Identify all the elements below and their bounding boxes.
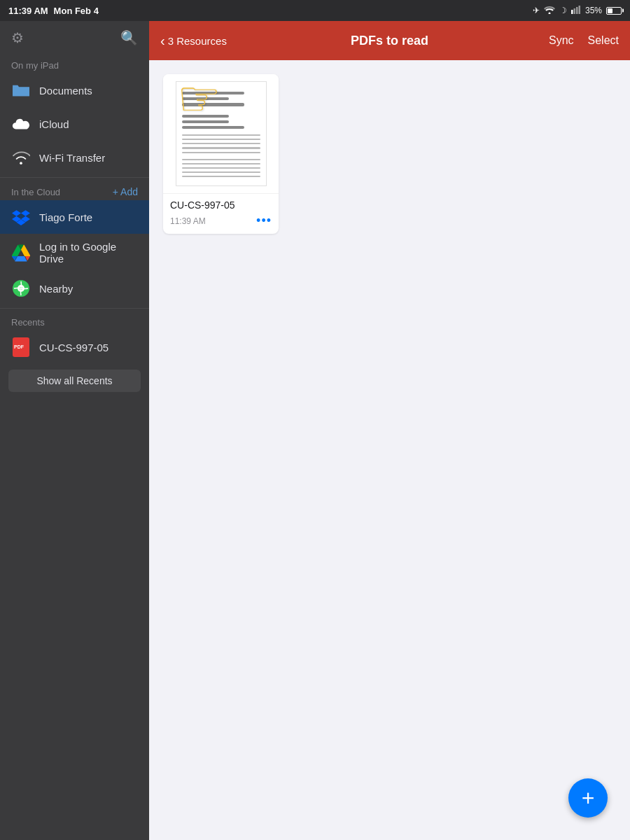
svg-rect-4 bbox=[578, 6, 580, 14]
file-more-button[interactable]: ••• bbox=[256, 214, 272, 228]
wifi-status-icon bbox=[544, 6, 555, 16]
sidebar-item-google-drive[interactable]: Log in to Google Drive bbox=[0, 234, 149, 272]
sidebar-item-icloud-label: iCloud bbox=[39, 118, 69, 130]
select-button[interactable]: Select bbox=[588, 34, 619, 47]
toolbar-actions: Sync Select bbox=[535, 34, 619, 47]
back-button[interactable]: ‹ 3 Resources bbox=[160, 33, 244, 49]
sidebar-item-tiago-forte[interactable]: Tiago Forte bbox=[0, 200, 149, 234]
svg-rect-3 bbox=[576, 7, 578, 14]
file-card[interactable]: ☞ CU-CS-997-05 11:39 AM ••• bbox=[163, 74, 279, 234]
status-bar-left: 11:39 AM Mon Feb 4 bbox=[8, 6, 99, 16]
sidebar: ⚙ 🔍 On my iPad Documents iCloud bbox=[0, 21, 149, 840]
pdf-icon: PDF bbox=[11, 337, 31, 357]
main-content: ‹ 3 Resources PDFs to read Sync Select bbox=[149, 21, 630, 840]
status-time: 11:39 AM bbox=[8, 6, 48, 16]
sidebar-header: ⚙ 🔍 bbox=[0, 21, 149, 55]
sidebar-item-documents-label: Documents bbox=[39, 85, 92, 97]
svg-rect-1 bbox=[571, 10, 573, 14]
fab-button[interactable]: + bbox=[568, 778, 608, 818]
sidebar-item-icloud[interactable]: iCloud bbox=[0, 107, 149, 141]
gdrive-icon bbox=[11, 243, 31, 262]
gear-icon[interactable]: ⚙ bbox=[11, 29, 24, 46]
cellular-icon bbox=[571, 6, 581, 16]
file-grid: ☞ CU-CS-997-05 11:39 AM ••• + bbox=[149, 60, 630, 840]
back-label: 3 Resources bbox=[168, 35, 227, 47]
sidebar-item-recent-pdf-label: CU-CS-997-05 bbox=[39, 342, 108, 354]
sidebar-item-nearby[interactable]: Nearby bbox=[0, 272, 149, 305]
chevron-left-icon: ‹ bbox=[160, 33, 165, 49]
toolbar: ‹ 3 Resources PDFs to read Sync Select bbox=[149, 21, 630, 60]
folder-icon bbox=[11, 80, 31, 100]
svg-text:PDF: PDF bbox=[14, 344, 24, 349]
svg-rect-2 bbox=[573, 8, 575, 14]
battery-icon bbox=[606, 7, 622, 15]
divider-1 bbox=[0, 177, 149, 178]
divider-2 bbox=[0, 308, 149, 309]
sidebar-item-documents[interactable]: Documents bbox=[0, 74, 149, 107]
svg-point-0 bbox=[548, 12, 550, 14]
moon-icon: ☽ bbox=[559, 6, 567, 15]
status-bar: 11:39 AM Mon Feb 4 ✈ ☽ 35% bbox=[0, 0, 630, 21]
sidebar-item-google-drive-label: Log in to Google Drive bbox=[39, 241, 138, 265]
show-all-recents-button[interactable]: Show all Recents bbox=[8, 370, 141, 392]
cursor-hand-icon: ☞ bbox=[177, 74, 221, 123]
sidebar-item-nearby-label: Nearby bbox=[39, 283, 73, 295]
file-info: CU-CS-997-05 11:39 AM ••• bbox=[163, 193, 279, 234]
status-bar-right: ✈ ☽ 35% bbox=[533, 6, 622, 16]
add-cloud-button[interactable]: + Add bbox=[113, 186, 138, 197]
recents-label: Recents bbox=[0, 312, 149, 330]
icloud-icon bbox=[11, 114, 31, 134]
toolbar-title: PDFs to read bbox=[244, 34, 535, 48]
in-the-cloud-label: In the Cloud bbox=[11, 187, 60, 197]
battery-percentage: 35% bbox=[585, 6, 602, 15]
file-name: CU-CS-997-05 bbox=[170, 200, 272, 211]
sync-button[interactable]: Sync bbox=[549, 34, 574, 47]
on-my-ipad-label: On my iPad bbox=[0, 55, 149, 74]
wifi-transfer-icon bbox=[11, 148, 31, 167]
sidebar-item-tiago-forte-label: Tiago Forte bbox=[39, 211, 92, 223]
file-thumbnail: ☞ bbox=[163, 74, 279, 193]
file-time: 11:39 AM bbox=[170, 216, 206, 226]
sidebar-item-recent-pdf[interactable]: PDF CU-CS-997-05 bbox=[0, 330, 149, 364]
sidebar-item-wifi-transfer[interactable]: Wi-Fi Transfer bbox=[0, 141, 149, 174]
file-meta-row: 11:39 AM ••• bbox=[170, 214, 272, 228]
status-date: Mon Feb 4 bbox=[54, 6, 99, 16]
in-the-cloud-section-row: In the Cloud + Add bbox=[0, 181, 149, 200]
app-container: ⚙ 🔍 On my iPad Documents iCloud bbox=[0, 21, 630, 840]
nearby-icon bbox=[11, 279, 31, 298]
dropbox-icon bbox=[11, 207, 31, 227]
airplane-icon: ✈ bbox=[533, 6, 540, 15]
search-icon[interactable]: 🔍 bbox=[120, 29, 138, 46]
sidebar-item-wifi-label: Wi-Fi Transfer bbox=[39, 152, 105, 164]
